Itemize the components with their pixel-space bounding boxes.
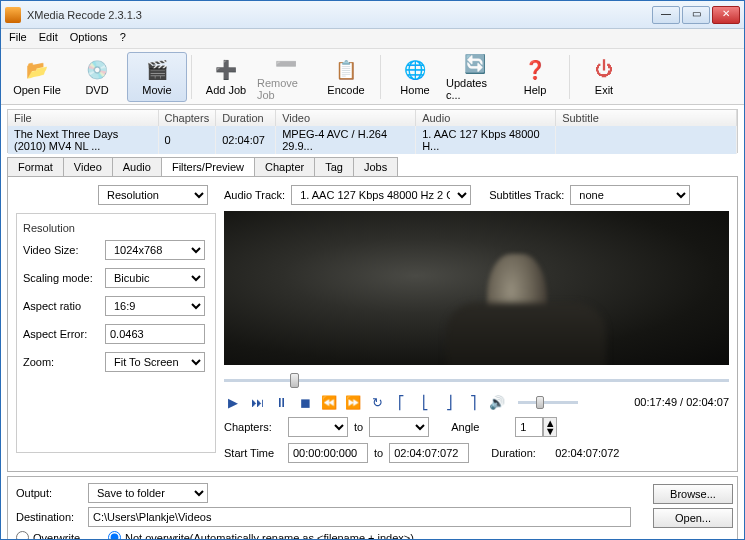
dvd-button[interactable]: 💿DVD [67, 52, 127, 102]
close-button[interactable]: ✕ [712, 6, 740, 24]
file-grid[interactable]: File Chapters Duration Video Audio Subti… [7, 109, 738, 153]
exit-button[interactable]: ⏻Exit [574, 52, 634, 102]
tab-jobs[interactable]: Jobs [353, 157, 398, 176]
col-subtitle[interactable]: Subtitle [556, 110, 737, 126]
subtitle-track-select[interactable]: none [570, 185, 690, 205]
fast-forward-icon[interactable]: ⏩ [344, 393, 362, 411]
table-row[interactable]: The Next Three Days (2010) MV4 NL ... 0 … [8, 126, 737, 154]
tab-tag[interactable]: Tag [314, 157, 354, 176]
chapter-from-select[interactable] [288, 417, 348, 437]
not-overwrite-radio[interactable]: Not overwrite(Automatically rename as <f… [108, 531, 414, 540]
help-button[interactable]: ❓Help [505, 52, 565, 102]
subtitle-track-label: Subtitles Track: [489, 189, 564, 201]
col-video[interactable]: Video [276, 110, 416, 126]
app-icon [5, 7, 21, 23]
tab-audio[interactable]: Audio [112, 157, 162, 176]
help-icon: ❓ [523, 58, 547, 82]
scaling-mode-select[interactable]: Bicubic [105, 268, 205, 288]
audio-track-select[interactable]: 1. AAC 127 Kbps 48000 Hz 2 Channe [291, 185, 471, 205]
minimize-button[interactable]: — [652, 6, 680, 24]
menu-edit[interactable]: Edit [39, 31, 58, 46]
resolution-heading: Resolution [23, 222, 209, 234]
window-title: XMedia Recode 2.3.1.3 [27, 9, 652, 21]
updates-button[interactable]: 🔄Updates c... [445, 52, 505, 102]
video-size-select[interactable]: 1024x768 [105, 240, 205, 260]
video-preview[interactable] [224, 211, 729, 365]
disc-icon: 💿 [85, 58, 109, 82]
aspect-ratio-select[interactable]: 16:9 [105, 296, 205, 316]
scrub-slider[interactable] [224, 371, 729, 389]
menu-help[interactable]: ? [120, 31, 126, 46]
volume-slider[interactable] [518, 401, 578, 404]
mark-start-icon[interactable]: ⎣ [416, 393, 434, 411]
zoom-select[interactable]: Fit To Screen [105, 352, 205, 372]
loop-icon[interactable]: ↻ [368, 393, 386, 411]
encode-icon: 📋 [334, 58, 358, 82]
tab-format[interactable]: Format [7, 157, 64, 176]
minus-icon: ➖ [274, 53, 298, 75]
home-button[interactable]: 🌐Home [385, 52, 445, 102]
step-forward-icon[interactable]: ⏭ [248, 393, 266, 411]
col-file[interactable]: File [8, 110, 158, 126]
volume-icon[interactable]: 🔊 [488, 393, 506, 411]
remove-job-button: ➖Remove Job [256, 52, 316, 102]
movie-icon: 🎬 [145, 58, 169, 82]
toolbar-separator [191, 55, 192, 99]
end-time-input[interactable] [389, 443, 469, 463]
tab-chapter[interactable]: Chapter [254, 157, 315, 176]
add-job-button[interactable]: ➕Add Job [196, 52, 256, 102]
timecode: 00:17:49 / 02:04:07 [634, 396, 729, 408]
aspect-error-input[interactable] [105, 324, 205, 344]
play-icon[interactable]: ▶ [224, 393, 242, 411]
rewind-icon[interactable]: ⏪ [320, 393, 338, 411]
col-duration[interactable]: Duration [216, 110, 276, 126]
plus-icon: ➕ [214, 58, 238, 82]
col-chapters[interactable]: Chapters [158, 110, 216, 126]
tab-filters-preview[interactable]: Filters/Preview [161, 157, 255, 176]
overwrite-radio[interactable]: Overwrite [16, 531, 80, 540]
exit-icon: ⏻ [592, 58, 616, 82]
menu-options[interactable]: Options [70, 31, 108, 46]
destination-input[interactable] [88, 507, 631, 527]
browse-button[interactable]: Browse... [653, 484, 733, 504]
output-mode-select[interactable]: Save to folder [88, 483, 208, 503]
start-time-input[interactable] [288, 443, 368, 463]
mark-end-icon[interactable]: ⎦ [440, 393, 458, 411]
refresh-icon: 🔄 [463, 53, 487, 75]
stop-icon[interactable]: ◼ [296, 393, 314, 411]
tab-video[interactable]: Video [63, 157, 113, 176]
menu-file[interactable]: File [9, 31, 27, 46]
col-audio[interactable]: Audio [416, 110, 556, 126]
pause-icon[interactable]: ⏸ [272, 393, 290, 411]
chapter-to-select[interactable] [369, 417, 429, 437]
mode-select[interactable]: Resolution [98, 185, 208, 205]
folder-icon: 📂 [25, 58, 49, 82]
open-file-button[interactable]: 📂Open File [7, 52, 67, 102]
toolbar-separator [380, 55, 381, 99]
maximize-button[interactable]: ▭ [682, 6, 710, 24]
mark-out-icon[interactable]: ⎤ [464, 393, 482, 411]
movie-button[interactable]: 🎬Movie [127, 52, 187, 102]
mark-in-icon[interactable]: ⎡ [392, 393, 410, 411]
angle-spinner[interactable]: ▲▼ [515, 417, 557, 437]
audio-track-label: Audio Track: [224, 189, 285, 201]
open-button[interactable]: Open... [653, 508, 733, 528]
toolbar-separator [569, 55, 570, 99]
globe-icon: 🌐 [403, 58, 427, 82]
duration-value: 02:04:07:072 [555, 447, 619, 459]
encode-button[interactable]: 📋Encode [316, 52, 376, 102]
